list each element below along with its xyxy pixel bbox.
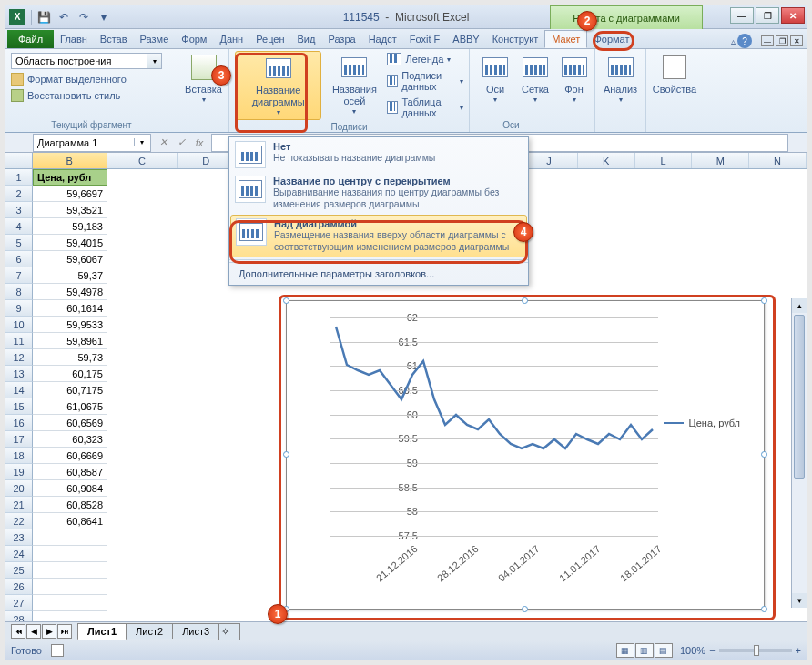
cell[interactable]: 59,9533 (33, 317, 107, 333)
row-header[interactable]: 17 (5, 431, 33, 448)
fx-icon[interactable]: fx (191, 135, 208, 151)
col-header-B[interactable]: B (33, 153, 107, 168)
minimize-button[interactable]: — (730, 7, 754, 24)
row-header[interactable]: 22 (5, 513, 33, 529)
dropdown-item-none[interactable]: Нет Не показывать название диаграммы (229, 137, 528, 172)
row-header[interactable]: 19 (5, 464, 33, 480)
sheet-tab-3[interactable]: Лист3 (172, 623, 219, 639)
zoom-out-button[interactable]: − (709, 645, 715, 656)
cell[interactable] (33, 595, 107, 611)
view-pagebreak-icon[interactable]: ▤ (655, 643, 673, 658)
background-button[interactable]: Фон ▾ (559, 51, 589, 106)
row-header[interactable]: 8 (5, 284, 33, 300)
cell[interactable]: 60,7175 (33, 382, 107, 398)
row-header[interactable]: 15 (5, 398, 33, 415)
embedded-chart[interactable]: 6261,56160,56059,55958,55857,5 21.12.201… (286, 300, 765, 610)
cell[interactable]: 60,8641 (33, 513, 107, 529)
row-header[interactable]: 18 (5, 448, 33, 464)
resize-handle[interactable] (761, 297, 767, 304)
sheet-nav-last-icon[interactable]: ⏭ (57, 624, 72, 639)
chart-element-selector[interactable]: ▾ (11, 53, 172, 69)
row-header[interactable]: 9 (5, 300, 33, 317)
tab-pagelayout[interactable]: Разме (134, 30, 176, 48)
new-sheet-button[interactable]: ✧ (218, 623, 240, 640)
dropdown-more-options[interactable]: Дополнительные параметры заголовков... (229, 262, 528, 285)
cell[interactable]: 61,0675 (33, 398, 107, 415)
row-header[interactable]: 24 (5, 546, 33, 562)
zoom-slider-thumb[interactable] (754, 645, 759, 656)
cell[interactable]: 59,3521 (33, 202, 107, 218)
tab-addins[interactable]: Надст (362, 30, 403, 48)
name-box[interactable]: ▾ (33, 134, 151, 152)
row-header[interactable]: 7 (5, 267, 33, 284)
sheet-nav-next-icon[interactable]: ▶ (42, 624, 56, 639)
cell[interactable]: 60,323 (33, 431, 107, 448)
cell[interactable]: 59,183 (33, 218, 107, 235)
wb-minimize-button[interactable]: — (761, 35, 774, 46)
tab-chart-layout[interactable]: Макет (544, 30, 587, 48)
plot-area[interactable] (330, 317, 658, 536)
col-header-N[interactable]: N (749, 153, 807, 168)
row-header[interactable]: 13 (5, 366, 33, 382)
cell[interactable]: 59,6697 (33, 186, 107, 202)
maximize-button[interactable]: ❐ (756, 7, 779, 24)
chart-area[interactable]: 6261,56160,56059,55958,55857,5 21.12.201… (298, 308, 753, 598)
format-selection-button[interactable]: Формат выделенного (11, 73, 172, 86)
row-header[interactable]: 25 (5, 562, 33, 579)
row-header[interactable]: 23 (5, 529, 33, 546)
col-header-C[interactable]: C (107, 153, 178, 168)
chart-title-button[interactable]: Название диаграммы ▾ (235, 51, 321, 120)
col-header-L[interactable]: L (635, 153, 693, 168)
cell[interactable] (33, 562, 107, 579)
row-header[interactable]: 10 (5, 317, 33, 333)
row-header[interactable]: 6 (5, 251, 33, 267)
zoom-level[interactable]: 100% (680, 645, 705, 656)
cell[interactable]: Цена, рубл (33, 169, 107, 186)
row-header[interactable]: 5 (5, 235, 33, 251)
tab-chart-design[interactable]: Конструкт (486, 30, 545, 48)
legend-button[interactable]: Легенда ▾ (387, 53, 463, 65)
col-header-M[interactable]: M (692, 153, 749, 168)
row-header[interactable]: 2 (5, 186, 33, 202)
col-header-J[interactable]: J (521, 153, 578, 168)
name-box-input[interactable] (34, 137, 134, 148)
cell[interactable]: 59,4978 (33, 284, 107, 300)
tab-view[interactable]: Вид (291, 30, 322, 48)
cell[interactable]: 59,73 (33, 349, 107, 366)
scroll-up-arrow-icon[interactable]: ▴ (792, 298, 807, 313)
scrollbar-thumb[interactable] (794, 315, 805, 479)
resize-handle[interactable] (283, 451, 289, 458)
tab-foxit[interactable]: Foxit F (403, 30, 447, 48)
row-header[interactable]: 1 (5, 169, 33, 186)
enter-formula-icon[interactable]: ✓ (173, 135, 189, 151)
help-icon[interactable]: ? (737, 34, 752, 48)
tab-insert[interactable]: Встав (94, 30, 134, 48)
zoom-in-button[interactable]: + (796, 645, 801, 656)
cell[interactable]: 60,6669 (33, 448, 107, 464)
view-normal-icon[interactable]: ▦ (616, 643, 634, 658)
properties-button[interactable]: Свойства (652, 51, 697, 97)
resize-handle[interactable] (761, 451, 767, 458)
sheet-nav-first-icon[interactable]: ⏮ (11, 624, 25, 639)
row-header[interactable]: 4 (5, 218, 33, 235)
sheet-tab-2[interactable]: Лист2 (126, 623, 173, 639)
axes-button[interactable]: Оси ▾ (475, 51, 515, 106)
row-header[interactable]: 21 (5, 497, 33, 513)
tab-chart-format[interactable]: Формат (587, 30, 635, 48)
ribbon-minimize-icon[interactable]: ▵ (731, 36, 736, 46)
cell[interactable]: 60,8528 (33, 497, 107, 513)
qat-customize-icon[interactable]: ▾ (96, 9, 112, 25)
cell[interactable]: 60,1614 (33, 300, 107, 317)
gridlines-button[interactable]: Сетка ▾ (515, 51, 555, 106)
cell[interactable]: 60,9084 (33, 480, 107, 497)
data-labels-button[interactable]: Подписи данных ▾ (387, 70, 463, 92)
save-icon[interactable]: 💾 (36, 9, 52, 25)
row-header[interactable]: 20 (5, 480, 33, 497)
resize-handle[interactable] (522, 606, 528, 612)
row-header[interactable]: 11 (5, 333, 33, 349)
axis-titles-button[interactable]: Названия осей ▾ (323, 51, 385, 120)
chart-element-input[interactable] (11, 53, 147, 69)
row-header[interactable]: 12 (5, 349, 33, 366)
cell[interactable]: 59,37 (33, 267, 107, 284)
col-header-K[interactable]: K (578, 153, 635, 168)
